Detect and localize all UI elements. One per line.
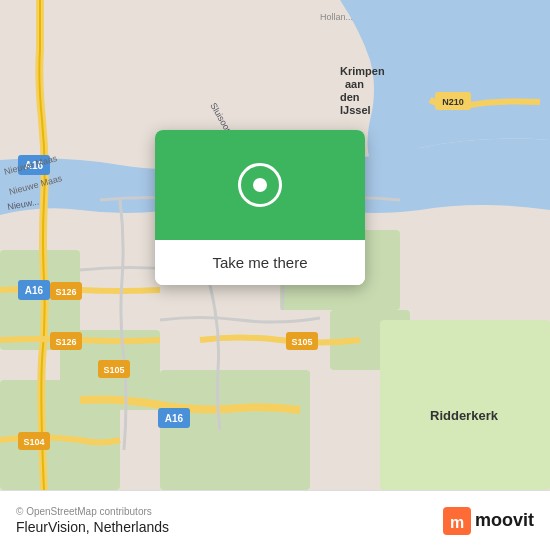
svg-text:S126: S126 xyxy=(55,287,76,297)
svg-text:A16: A16 xyxy=(25,285,44,296)
svg-rect-6 xyxy=(380,320,550,490)
svg-rect-7 xyxy=(160,370,310,490)
svg-text:m: m xyxy=(450,514,464,531)
moovit-logo: m moovit xyxy=(443,507,534,535)
svg-text:Ridderkerk: Ridderkerk xyxy=(430,408,499,423)
svg-text:den: den xyxy=(340,91,360,103)
popup-green-area xyxy=(155,130,365,240)
svg-text:A16: A16 xyxy=(165,413,184,424)
footer-bar: © OpenStreetMap contributors FleurVision… xyxy=(0,490,550,550)
footer-location: FleurVision, Netherlands xyxy=(16,519,169,535)
svg-text:aan: aan xyxy=(345,78,364,90)
svg-text:S105: S105 xyxy=(103,365,124,375)
svg-text:N210: N210 xyxy=(442,97,464,107)
moovit-icon: m xyxy=(443,507,471,535)
svg-text:S126: S126 xyxy=(55,337,76,347)
map-container[interactable]: A16 A16 A16 S126 S126 S104 S105 S105 N21… xyxy=(0,0,550,490)
footer-text: © OpenStreetMap contributors FleurVision… xyxy=(16,506,169,535)
popup-card: Take me there xyxy=(155,130,365,285)
svg-text:IJssel: IJssel xyxy=(340,104,371,116)
footer-copyright: © OpenStreetMap contributors xyxy=(16,506,169,517)
svg-text:Hollan...: Hollan... xyxy=(320,12,353,22)
svg-text:S104: S104 xyxy=(23,437,44,447)
svg-text:S105: S105 xyxy=(291,337,312,347)
svg-text:Krimpen: Krimpen xyxy=(340,65,385,77)
take-me-there-button[interactable]: Take me there xyxy=(155,240,365,285)
location-pin-icon xyxy=(238,163,282,207)
moovit-text: moovit xyxy=(475,510,534,531)
